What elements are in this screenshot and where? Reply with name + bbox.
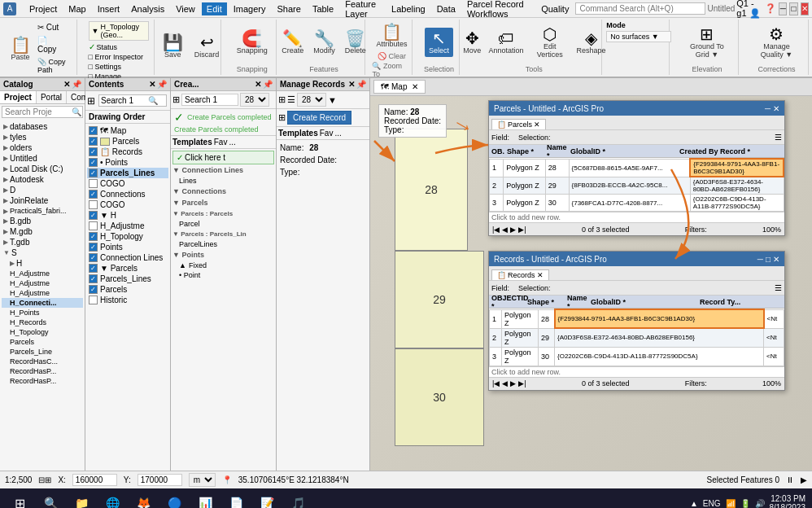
points-checkbox[interactable]: ✓ [89, 158, 98, 167]
error-inspector-checkbox[interactable]: □ Error Inspector [89, 53, 143, 61]
catalog-pin-icon[interactable]: 📌 [72, 80, 81, 89]
points2-checkbox[interactable]: ✓ [89, 243, 98, 252]
layer-connections[interactable]: ✓ Connections [87, 189, 168, 199]
tree-olders[interactable]: ▶olders [2, 142, 83, 153]
parcels2-checkbox[interactable]: ✓ [89, 264, 98, 273]
taskbar-word-button[interactable]: 📝 [254, 492, 280, 508]
parcels-first-icon[interactable]: |◀ [492, 226, 500, 234]
parcels-minimize-icon[interactable]: ─ [765, 104, 771, 113]
manage-ellipsis-icon[interactable]: ... [334, 129, 341, 138]
tree-recordhasp2[interactable]: RecordHasP... [2, 376, 83, 386]
tree-hconnecti[interactable]: H_Connecti... [2, 298, 83, 308]
cogo1-checkbox[interactable] [89, 179, 98, 188]
status-checkbox[interactable]: ✓ Status [89, 42, 118, 51]
contents-search[interactable]: 🔍 [98, 94, 167, 107]
click-here-notice[interactable]: ✓ Click here t [172, 151, 274, 164]
parcels-tab-close-icon[interactable]: ✕ [534, 120, 540, 129]
copy-path-button[interactable]: 📎 Copy Path [34, 56, 72, 76]
connlines-checkbox[interactable]: ✓ [89, 253, 98, 262]
tree-d[interactable]: ▶D [2, 185, 83, 195]
taskbar-firefox-button[interactable]: 🦊 [130, 492, 156, 508]
filter-icon-2[interactable]: ⊞ [172, 94, 180, 105]
map-tab-close-icon[interactable]: ✕ [412, 82, 418, 91]
parcel-28[interactable]: 28 [395, 129, 468, 251]
unit-select[interactable]: m [189, 473, 216, 487]
menu-view[interactable]: View [171, 2, 200, 15]
parcel-29[interactable]: 29 [395, 251, 484, 348]
taskbar-circle-button[interactable]: 🔵 [161, 492, 187, 508]
tree-practical5[interactable]: ▶Practical5_fabri... [2, 206, 83, 216]
create-record-button[interactable]: Create Record [287, 111, 351, 125]
zoom-to-button[interactable]: 🔍 Zoom To [372, 62, 411, 78]
menu-imagery[interactable]: Imagery [229, 2, 271, 15]
reshape-button[interactable]: ◈ Reshape [574, 28, 609, 57]
parcels-close-icon[interactable]: ✕ [773, 104, 779, 113]
menu-insert[interactable]: Insert [93, 2, 125, 15]
h-checkbox[interactable]: ✓ [89, 211, 98, 220]
command-search-input[interactable] [575, 2, 705, 15]
layer-points2[interactable]: ✓ Points [87, 242, 168, 252]
layer-h[interactable]: ✓ ▼ H [87, 210, 168, 221]
parcellines-item[interactable]: ParcelLines [172, 239, 274, 249]
x-coord-input[interactable] [72, 474, 117, 486]
save-button[interactable]: 💾 Save [159, 32, 187, 61]
mode-dropdown[interactable]: No surfaces ▼ [606, 31, 671, 42]
menu-share[interactable]: Share [273, 2, 306, 15]
menu-feature-layer[interactable]: Feature Layer [340, 0, 385, 20]
close-button[interactable]: ✕ [801, 2, 809, 15]
tree-hadjustme1[interactable]: H_Adjustme [2, 269, 83, 278]
layer-parcels[interactable]: ✓ Parcels [87, 136, 168, 147]
modify-button[interactable]: 🔧 Modify [309, 28, 339, 57]
layer-cogo2[interactable]: COGO [87, 199, 168, 210]
parcels3-checkbox[interactable]: ✓ [89, 285, 98, 294]
records-row-2[interactable]: 2 Polygon Z 29 {A0D3F6S8-E372-4634-80BD-… [490, 328, 784, 347]
create-dropdown[interactable]: 28 [240, 93, 269, 107]
start-button[interactable]: ⊞ [7, 492, 33, 508]
delete-button[interactable]: 🗑️ Delete [341, 28, 370, 57]
catalog-search-input[interactable] [2, 107, 71, 117]
records-menu-icon[interactable]: ☰ [775, 283, 782, 292]
tree-s[interactable]: ▼S [2, 247, 83, 258]
records-minimize-icon[interactable]: ─ [757, 255, 763, 264]
parcels-row-3[interactable]: 3 Polygon Z 30 {7368FCA1-D77C-4208-8877.… [490, 195, 784, 212]
manage-dropdown-arrow[interactable]: ▼ [328, 95, 337, 105]
battery-icon[interactable]: 🔋 [740, 499, 750, 508]
records-add-row[interactable]: Click to add new row. [489, 366, 784, 377]
layer-parcels-lines[interactable]: ✓ Parcels_Lines [87, 168, 168, 178]
layer-map[interactable]: ✓ 🗺 Map [87, 125, 168, 136]
layer-hadjustme[interactable]: H_Adjustme [87, 221, 168, 231]
tree-htopology[interactable]: H_Topology [2, 327, 83, 337]
wifi-icon[interactable]: 📶 [726, 499, 736, 508]
menu-labeling[interactable]: Labeling [386, 2, 430, 15]
gps-icon[interactable]: 📍 [222, 475, 232, 484]
taskbar-excel-button[interactable]: 📊 [192, 492, 218, 508]
menu-parcel-workflows[interactable]: Parcel Record Workflows [462, 0, 535, 20]
records-next-icon[interactable]: ▶ [510, 379, 516, 388]
layer-historic[interactable]: Historic [87, 295, 168, 305]
records-row-1[interactable]: 1 Polygon Z 28 {F2993844-9791-4AA3-8FB1-… [490, 309, 784, 328]
cut-button[interactable]: ✂ Cut [34, 21, 72, 33]
layer-records[interactable]: ✓ 📋 Records [87, 147, 168, 157]
tree-autodesk[interactable]: ▶Autodesk [2, 174, 83, 185]
clock[interactable]: 12:03 PM 8/18/2023 [770, 494, 806, 508]
taskbar-search-button[interactable]: 🔍 [37, 492, 63, 508]
ground-to-grid-button[interactable]: ⊞ Ground To Grid ▼ [681, 24, 733, 61]
manage-quality-button[interactable]: ⚙ Manage Quality ▼ [750, 24, 803, 61]
layer-parcels-lines2[interactable]: ✓ Parcels_Lines [87, 274, 168, 284]
tree-joinrelate[interactable]: ▶JoinRelate [2, 195, 83, 206]
parcels-prev-icon[interactable]: ◀ [502, 226, 508, 234]
catalog-search[interactable]: 🔍 [2, 106, 83, 118]
historic-checkbox[interactable] [89, 296, 98, 304]
parcels-last-icon[interactable]: ▶| [518, 226, 526, 234]
tree-untitled[interactable]: ▶Untitled [2, 153, 83, 164]
tree-hadjustme2[interactable]: H_Adjustme [2, 278, 83, 288]
records-last-icon[interactable]: ▶| [518, 379, 526, 388]
taskbar-music-button[interactable]: 🎵 [285, 492, 311, 508]
records-tab[interactable]: 📋 Records ✕ [491, 269, 549, 280]
parcels-row-1[interactable]: 1 Polygon Z 28 {5C687D88-8615-4A5E-9AF7.… [490, 159, 784, 177]
htopology-checkbox[interactable]: ✓ [89, 232, 98, 241]
map-canvas[interactable]: 28 29 30 Name: 28 Recorded Date: Type: →… [370, 96, 812, 471]
layer-cogo1[interactable]: COGO [87, 178, 168, 189]
cogo2-checkbox[interactable] [89, 200, 98, 209]
tree-recordhasp1[interactable]: RecordHasP... [2, 366, 83, 376]
